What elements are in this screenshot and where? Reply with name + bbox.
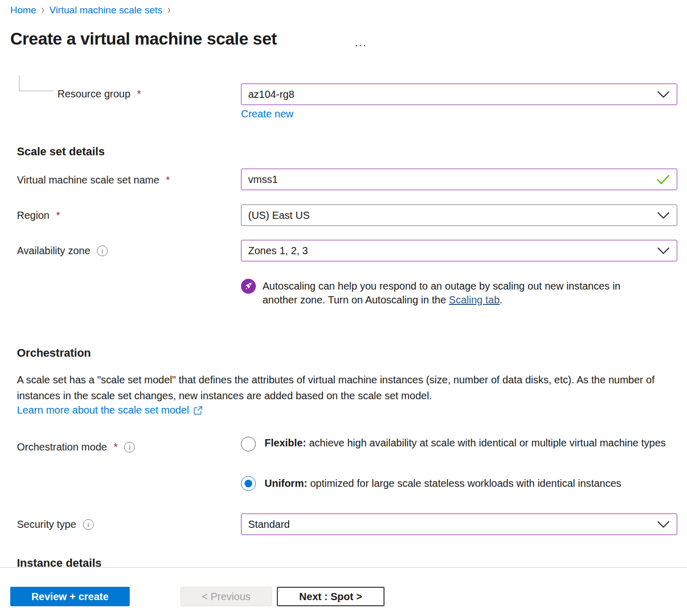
- autoscaling-note-period: .: [500, 294, 503, 305]
- flexible-option-name: Flexible:: [265, 437, 306, 448]
- required-asterisk: *: [166, 174, 170, 186]
- resource-group-label-text: Resource group: [57, 88, 130, 100]
- chevron-down-icon: [657, 521, 670, 528]
- vm-name-label: Virtual machine scale set name*: [17, 174, 170, 186]
- resource-group-indent-line: [19, 75, 53, 91]
- breadcrumb-home-link[interactable]: Home: [10, 5, 36, 16]
- chevron-down-icon: [657, 91, 670, 98]
- autoscaling-note: Autoscaling can help you respond to an o…: [262, 279, 644, 307]
- flexible-option-description: achieve high availability at scale with …: [306, 437, 665, 448]
- orchestration-description: A scale set has a "scale set model" that…: [17, 372, 681, 404]
- region-dropdown[interactable]: (US) East US: [241, 204, 677, 226]
- valid-check-icon: [656, 174, 670, 184]
- rocket-icon: [241, 279, 256, 294]
- vm-name-label-text: Virtual machine scale set name: [17, 174, 159, 186]
- scaling-tab-link[interactable]: Scaling tab: [449, 294, 500, 305]
- radio-unselected-icon[interactable]: [241, 437, 256, 451]
- vm-name-value: vmss1: [248, 174, 278, 186]
- create-new-link[interactable]: Create new: [241, 108, 293, 120]
- availability-zone-label-text: Availability zone: [17, 245, 90, 257]
- learn-more-link[interactable]: Learn more about the scale set model: [17, 404, 203, 416]
- availability-zone-label: Availability zone i: [17, 245, 108, 257]
- region-label-text: Region: [17, 210, 49, 221]
- resource-group-dropdown[interactable]: az104-rg8: [241, 84, 677, 105]
- availability-zone-dropdown[interactable]: Zones 1, 2, 3: [241, 240, 677, 261]
- scale-set-details-heading: Scale set details: [17, 145, 105, 158]
- autoscaling-note-text: Autoscaling can help you respond to an o…: [262, 280, 620, 305]
- vm-name-input[interactable]: vmss1: [241, 169, 677, 190]
- orchestration-mode-label: Orchestration mode* i: [17, 441, 135, 453]
- info-icon[interactable]: i: [83, 519, 94, 530]
- orchestration-mode-label-text: Orchestration mode: [17, 441, 107, 453]
- uniform-option-description: optimized for large scale stateless work…: [307, 478, 621, 489]
- chevron-right-icon: ›: [42, 3, 45, 17]
- chevron-down-icon: [657, 247, 670, 255]
- orchestration-mode-option-flexible[interactable]: Flexible: achieve high availability at s…: [241, 437, 670, 451]
- region-label: Region*: [17, 210, 60, 221]
- footer-action-bar: Review + create < Previous Next : Spot >: [0, 567, 687, 616]
- learn-more-link-text: Learn more about the scale set model: [17, 404, 189, 416]
- flexible-option-text: Flexible: achieve high availability at s…: [265, 435, 670, 451]
- breadcrumb-vmss-link[interactable]: Virtual machine scale sets: [49, 5, 162, 16]
- region-value: (US) East US: [248, 210, 310, 221]
- required-asterisk: *: [114, 441, 118, 453]
- resource-group-label: Resource group*: [57, 88, 141, 100]
- uniform-option-text: Uniform: optimized for large scale state…: [265, 476, 680, 491]
- info-icon[interactable]: i: [97, 245, 108, 256]
- chevron-right-icon: ›: [168, 3, 171, 17]
- next-spot-button[interactable]: Next : Spot >: [277, 587, 385, 606]
- resource-group-value: az104-rg8: [248, 89, 294, 100]
- security-type-value: Standard: [248, 519, 290, 530]
- required-asterisk: *: [56, 210, 60, 221]
- page-title: Create a virtual machine scale set: [10, 29, 277, 49]
- external-link-icon: [193, 405, 203, 416]
- required-asterisk: *: [137, 88, 141, 100]
- review-create-button[interactable]: Review + create: [10, 587, 130, 606]
- info-icon[interactable]: i: [124, 442, 135, 453]
- orchestration-mode-option-uniform[interactable]: Uniform: optimized for large scale state…: [241, 476, 680, 491]
- chevron-down-icon: [657, 212, 670, 219]
- security-type-dropdown[interactable]: Standard: [241, 514, 677, 535]
- security-type-label: Security type i: [17, 519, 94, 530]
- uniform-option-name: Uniform:: [265, 478, 307, 489]
- orchestration-heading: Orchestration: [17, 346, 91, 360]
- radio-selected-icon[interactable]: [241, 476, 256, 491]
- availability-zone-value: Zones 1, 2, 3: [248, 245, 308, 257]
- more-menu-icon[interactable]: ···: [355, 41, 368, 50]
- breadcrumb: Home › Virtual machine scale sets ›: [10, 5, 170, 16]
- previous-button[interactable]: < Previous: [180, 587, 272, 606]
- radio-dot: [245, 480, 252, 487]
- security-type-label-text: Security type: [17, 519, 76, 530]
